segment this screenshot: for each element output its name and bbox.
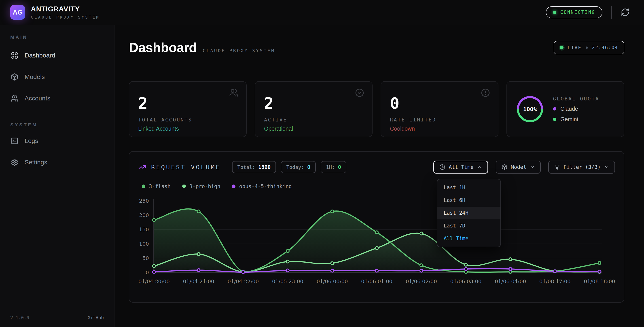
today-requests-chip: Today: 0 — [281, 161, 316, 173]
sidebar-item-label: Models — [24, 73, 45, 80]
legend-item-opus-4-5-thinking[interactable]: opus-4-5-thinking — [232, 184, 292, 189]
model-select-button[interactable]: Model — [496, 160, 541, 174]
legend-item-3-flash[interactable]: 3-flash — [142, 184, 170, 189]
alert-circle-icon — [481, 88, 490, 97]
stat-label: GLOBAL QUOTA — [553, 96, 599, 102]
svg-text:250: 250 — [139, 198, 149, 204]
sidebar-item-label: Settings — [24, 159, 47, 166]
stat-card-total-accounts: 2 TOTAL ACCOUNTS Linked Accounts — [129, 81, 247, 137]
page-title: Dashboard — [129, 40, 197, 55]
time-range-label: All Time — [449, 164, 474, 170]
sidebar-footer: V 1.0.0 GitHub — [10, 315, 104, 320]
chip-value: 1390 — [258, 164, 270, 170]
gear-icon — [11, 158, 18, 166]
filter-label: Filter (3/3) — [564, 164, 600, 170]
github-link[interactable]: GitHub — [88, 315, 104, 320]
app-logo: AG — [10, 5, 25, 20]
svg-text:150: 150 — [139, 226, 149, 232]
live-label: LIVE — [568, 45, 582, 50]
quota-detail: GLOBAL QUOTA Claude Gemini — [553, 96, 599, 122]
chevron-up-icon — [477, 164, 482, 170]
svg-text:01/06 02:00: 01/06 02:00 — [406, 278, 437, 284]
legend-label: 3-pro-high — [190, 184, 220, 189]
legend-dot-icon — [182, 184, 186, 188]
time-range-button[interactable]: All Time — [433, 160, 488, 174]
menu-item-last-6h[interactable]: Last 6H — [438, 194, 500, 207]
app: { "app": { "logo_text": "AG", "title": "… — [0, 0, 644, 327]
sidebar-item-accounts[interactable]: Accounts — [4, 91, 110, 106]
chart-title: REQUEST VOLUME — [151, 164, 221, 171]
stat-card-global-quota: 100% GLOBAL QUOTA Claude Gemini — [506, 81, 624, 137]
stat-label: ACTIVE — [264, 117, 363, 122]
svg-text:0: 0 — [146, 270, 149, 275]
stat-sublabel: Linked Accounts — [138, 126, 237, 132]
svg-text:50: 50 — [142, 255, 149, 261]
logo-text: AG — [13, 8, 23, 16]
sidebar-item-label: Dashboard — [24, 52, 55, 59]
stat-value: 2 — [264, 96, 363, 111]
chart-legend: 3-flash 3-pro-high opus-4-5-thinking — [138, 184, 615, 189]
request-volume-chart: 05010015020025001/04 20:0001/04 21:0001/… — [138, 194, 615, 286]
stat-sublabel: Operational — [264, 126, 363, 132]
refresh-icon[interactable] — [621, 8, 630, 17]
quota-ring: 100% — [516, 95, 544, 123]
sidebar: MAIN Dashboard Models Accounts SYSTEM Lo… — [0, 25, 114, 327]
stat-sublabel: Cooldown — [390, 126, 489, 132]
legend-label: opus-4-5-thinking — [239, 184, 292, 189]
connection-status-text: CONNECTING — [560, 10, 595, 15]
menu-item-last-7d[interactable]: Last 7D — [438, 220, 500, 232]
filter-button[interactable]: Filter (3/3) — [548, 160, 615, 174]
check-circle-icon — [355, 88, 364, 97]
menu-item-all-time[interactable]: All Time — [438, 232, 500, 245]
chevron-down-icon — [530, 164, 535, 170]
cube-icon — [502, 164, 507, 170]
chip-label: 1H: — [326, 164, 335, 170]
svg-text:01/08 17:00: 01/08 17:00 — [539, 278, 571, 284]
model-select-label: Model — [511, 164, 526, 170]
sidebar-item-settings[interactable]: Settings — [4, 155, 110, 170]
chip-label: Today: — [286, 164, 304, 170]
svg-text:01/04 21:00: 01/04 21:00 — [183, 278, 214, 284]
stat-label: RATE LIMITED — [390, 117, 489, 122]
request-volume-card: REQUEST VOLUME Total: 1390 Today: 0 1H: … — [129, 151, 624, 302]
sidebar-system-items: Logs Settings — [0, 134, 114, 170]
legend-dot-icon — [142, 184, 145, 188]
users-icon — [11, 94, 18, 102]
main-content: Dashboard CLAUDE PROXY SYSTEM LIVE 22:46… — [114, 25, 644, 327]
chart-title-group: REQUEST VOLUME — [138, 163, 221, 171]
sidebar-item-label: Logs — [24, 137, 38, 144]
layout-grid-icon — [11, 52, 18, 59]
terminal-icon — [11, 137, 18, 145]
separator-dot-icon — [586, 46, 588, 49]
stat-value: 0 — [390, 96, 489, 111]
quota-legend-label: Claude — [560, 106, 578, 112]
stat-card-active: 2 ACTIVE Operational — [255, 81, 372, 137]
svg-text:01/08 18:00: 01/08 18:00 — [584, 278, 615, 284]
trending-up-icon — [138, 163, 146, 171]
page-header: Dashboard CLAUDE PROXY SYSTEM LIVE 22:46… — [129, 40, 624, 55]
clock-icon — [440, 164, 445, 170]
menu-item-last-1h[interactable]: Last 1H — [438, 181, 500, 194]
time-range-dropdown: Last 1H Last 6H Last 24H Last 7D All Tim… — [437, 179, 501, 247]
chip-value: 0 — [338, 164, 341, 170]
live-clock: 22:46:04 — [592, 45, 618, 50]
svg-text:100: 100 — [139, 241, 149, 247]
live-badge: LIVE 22:46:04 — [554, 41, 624, 54]
stat-value: 2 — [138, 96, 237, 111]
legend-item-3-pro-high[interactable]: 3-pro-high — [182, 184, 220, 189]
svg-text:01/06 00:00: 01/06 00:00 — [317, 278, 348, 284]
connection-status-badge: CONNECTING — [546, 6, 602, 18]
menu-item-last-24h[interactable]: Last 24H — [438, 207, 500, 220]
legend-label: 3-flash — [149, 184, 170, 189]
cube-icon — [11, 73, 18, 81]
hour-requests-chip: 1H: 0 — [321, 161, 346, 173]
svg-text:01/04 20:00: 01/04 20:00 — [138, 278, 170, 284]
chart-stat-chips: Total: 1390 Today: 0 1H: 0 — [232, 161, 346, 173]
page-title-row: Dashboard CLAUDE PROXY SYSTEM — [129, 40, 275, 55]
sidebar-item-logs[interactable]: Logs — [4, 134, 110, 148]
stat-card-rate-limited: 0 RATE LIMITED Cooldown — [380, 81, 498, 137]
legend-dot-icon — [232, 184, 236, 188]
sidebar-item-models[interactable]: Models — [4, 70, 110, 84]
quota-percent: 100% — [523, 106, 537, 112]
sidebar-item-dashboard[interactable]: Dashboard — [4, 48, 110, 63]
